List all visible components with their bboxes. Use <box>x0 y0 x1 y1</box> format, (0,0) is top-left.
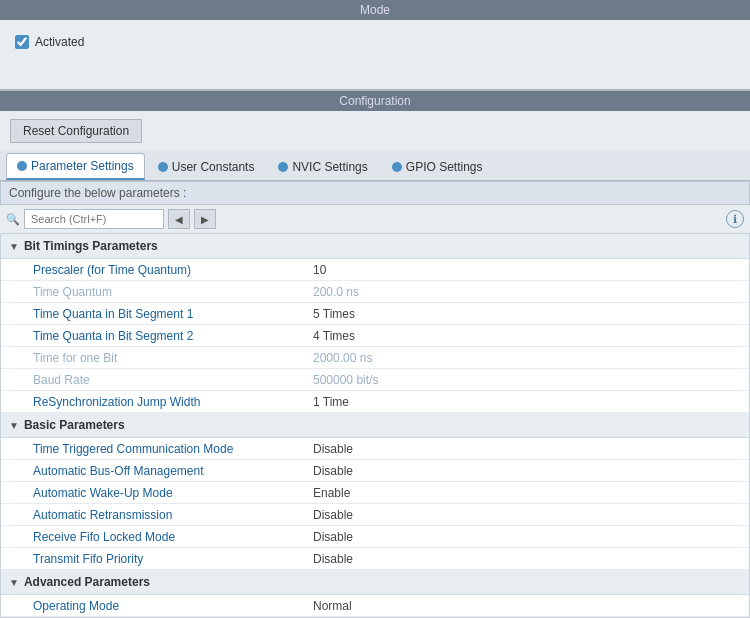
param-value-time-quantum: 200.0 ns <box>313 285 359 299</box>
chevron-basic-params: ▼ <box>9 420 19 431</box>
tab-parameter-settings-label: Parameter Settings <box>31 159 134 173</box>
param-name-time-quantum: Time Quantum <box>33 285 313 299</box>
activated-label: Activated <box>35 35 84 49</box>
chevron-bit-timings: ▼ <box>9 241 19 252</box>
param-name-prescaler: Prescaler (for Time Quantum) <box>33 263 313 277</box>
tab-user-constants[interactable]: User Constants <box>147 154 266 180</box>
mode-header-label: Mode <box>360 3 390 17</box>
param-name-baud-rate: Baud Rate <box>33 373 313 387</box>
mode-section-body: Activated <box>0 20 750 91</box>
advanced-params-group-header[interactable]: ▼ Advanced Parameters <box>1 570 749 595</box>
tab-nvic-settings[interactable]: NVIC Settings <box>267 154 378 180</box>
param-name-seg2: Time Quanta in Bit Segment 2 <box>33 329 313 343</box>
param-row-baud-rate: Baud Rate 500000 bit/s <box>1 369 749 391</box>
filter-next-button[interactable]: ▶ <box>194 209 216 229</box>
chevron-advanced-params: ▼ <box>9 577 19 588</box>
param-row-auto-retrans: Automatic Retransmission Disable <box>1 504 749 526</box>
param-value-transmit-fifo: Disable <box>313 552 353 566</box>
param-row-receive-fifo: Receive Fifo Locked Mode Disable <box>1 526 749 548</box>
tab-gpio-settings-label: GPIO Settings <box>406 160 483 174</box>
param-value-auto-retrans: Disable <box>313 508 353 522</box>
mode-section-header: Mode <box>0 0 750 20</box>
param-row-timed-comm: Time Triggered Communication Mode Disabl… <box>1 438 749 460</box>
param-value-timed-comm: Disable <box>313 442 353 456</box>
reset-btn-label: Reset Configuration <box>23 124 129 138</box>
param-row-resync: ReSynchronization Jump Width 1 Time <box>1 391 749 413</box>
activated-row: Activated <box>15 35 735 49</box>
param-name-operating-mode: Operating Mode <box>33 599 313 613</box>
basic-params-group-header[interactable]: ▼ Basic Parameters <box>1 413 749 438</box>
param-name-seg1: Time Quanta in Bit Segment 1 <box>33 307 313 321</box>
param-value-baud-rate: 500000 bit/s <box>313 373 378 387</box>
param-value-wake-up: Enable <box>313 486 350 500</box>
param-name-auto-retrans: Automatic Retransmission <box>33 508 313 522</box>
search-row: 🔍 ◀ ▶ ℹ <box>0 205 750 233</box>
param-value-prescaler: 10 <box>313 263 326 277</box>
search-input[interactable] <box>24 209 164 229</box>
tab-parameter-settings-icon <box>17 161 27 171</box>
bit-timings-group-header[interactable]: ▼ Bit Timings Parameters <box>1 234 749 259</box>
tab-user-constants-label: User Constants <box>172 160 255 174</box>
config-section-header: Configuration <box>0 91 750 111</box>
param-row-prescaler: Prescaler (for Time Quantum) 10 <box>1 259 749 281</box>
params-tree: ▼ Bit Timings Parameters Prescaler (for … <box>0 233 750 618</box>
reset-configuration-button[interactable]: Reset Configuration <box>10 119 142 143</box>
param-name-timed-comm: Time Triggered Communication Mode <box>33 442 313 456</box>
param-row-seg2: Time Quanta in Bit Segment 2 4 Times <box>1 325 749 347</box>
param-row-transmit-fifo: Transmit Fifo Priority Disable <box>1 548 749 570</box>
param-value-seg2: 4 Times <box>313 329 355 343</box>
bit-timings-group-label: Bit Timings Parameters <box>24 239 158 253</box>
param-name-resync: ReSynchronization Jump Width <box>33 395 313 409</box>
param-row-time-quantum: Time Quantum 200.0 ns <box>1 281 749 303</box>
param-name-wake-up: Automatic Wake-Up Mode <box>33 486 313 500</box>
param-row-bus-off: Automatic Bus-Off Management Disable <box>1 460 749 482</box>
param-value-receive-fifo: Disable <box>313 530 353 544</box>
info-icon[interactable]: ℹ <box>726 210 744 228</box>
tab-nvic-settings-icon <box>278 162 288 172</box>
param-value-resync: 1 Time <box>313 395 349 409</box>
param-value-operating-mode: Normal <box>313 599 352 613</box>
filter-prev-button[interactable]: ◀ <box>168 209 190 229</box>
tab-gpio-settings[interactable]: GPIO Settings <box>381 154 494 180</box>
param-name-receive-fifo: Receive Fifo Locked Mode <box>33 530 313 544</box>
activated-checkbox[interactable] <box>15 35 29 49</box>
param-row-one-bit: Time for one Bit 2000.00 ns <box>1 347 749 369</box>
param-row-wake-up: Automatic Wake-Up Mode Enable <box>1 482 749 504</box>
config-bar: Configure the below parameters : <box>0 181 750 205</box>
config-section: Configuration Reset Configuration Parame… <box>0 91 750 618</box>
config-bar-text: Configure the below parameters : <box>9 186 186 200</box>
tabs-row: Parameter Settings User Constants NVIC S… <box>0 151 750 181</box>
param-value-seg1: 5 Times <box>313 307 355 321</box>
tab-gpio-settings-icon <box>392 162 402 172</box>
tab-parameter-settings[interactable]: Parameter Settings <box>6 153 145 180</box>
param-value-bus-off: Disable <box>313 464 353 478</box>
param-row-operating-mode: Operating Mode Normal <box>1 595 749 617</box>
tab-nvic-settings-label: NVIC Settings <box>292 160 367 174</box>
param-name-transmit-fifo: Transmit Fifo Priority <box>33 552 313 566</box>
tab-user-constants-icon <box>158 162 168 172</box>
search-icon: 🔍 <box>6 213 20 226</box>
reset-btn-row: Reset Configuration <box>0 111 750 151</box>
basic-params-group-label: Basic Parameters <box>24 418 125 432</box>
param-row-seg1: Time Quanta in Bit Segment 1 5 Times <box>1 303 749 325</box>
param-value-one-bit: 2000.00 ns <box>313 351 372 365</box>
param-name-one-bit: Time for one Bit <box>33 351 313 365</box>
advanced-params-group-label: Advanced Parameters <box>24 575 150 589</box>
param-name-bus-off: Automatic Bus-Off Management <box>33 464 313 478</box>
config-header-label: Configuration <box>339 94 410 108</box>
